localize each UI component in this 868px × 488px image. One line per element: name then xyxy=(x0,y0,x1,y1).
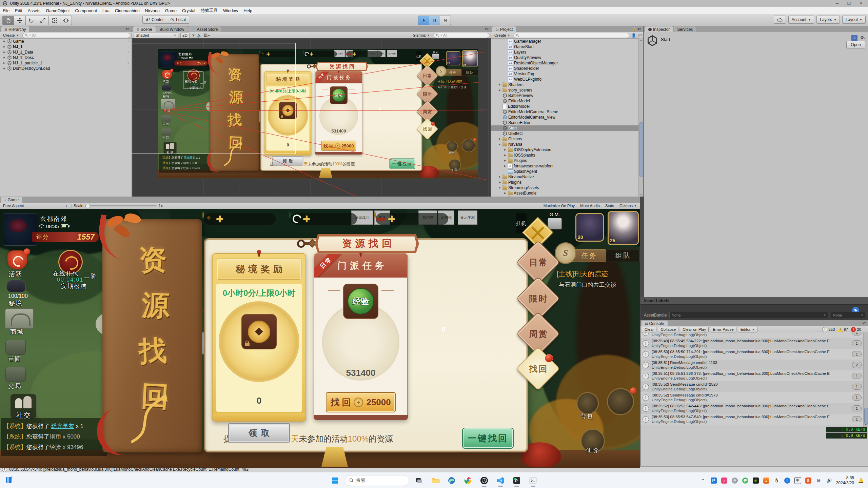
project-item-ResidentObjectManager[interactable]: c#ResidentObjectManager xyxy=(491,60,643,66)
expander-icon[interactable]: ▶ xyxy=(498,89,501,92)
shading-mode-dropdown[interactable]: Shaded▼ xyxy=(134,33,178,38)
scene-lighting-icon[interactable]: ☀ xyxy=(192,33,195,38)
menu-特效工具[interactable]: 特效工具 xyxy=(198,8,220,14)
panel-menu-icon[interactable]: ▾≡ xyxy=(862,321,866,325)
console-button-collapse[interactable]: Collapse xyxy=(658,327,678,332)
tray-sogou[interactable]: S xyxy=(805,477,812,484)
help-book-icon[interactable]: ? xyxy=(851,35,857,41)
console-button-clear[interactable]: Clear xyxy=(642,327,656,332)
console-button-error-pause[interactable]: Error Pause xyxy=(710,327,736,332)
taskbar-app-unity[interactable] xyxy=(478,474,491,487)
rect-tool-button[interactable] xyxy=(49,16,60,25)
step-button[interactable] xyxy=(440,16,451,25)
avatar-frame-2[interactable]: 25 xyxy=(608,211,639,245)
menu-File[interactable]: File xyxy=(0,8,12,13)
project-item-BattlePreview[interactable]: BattlePreview xyxy=(491,93,643,98)
console-log-entry[interactable]: ![08:35:49] 08:35:48.528-151: [preload/l… xyxy=(640,332,864,338)
expander-icon[interactable]: ▶ xyxy=(504,148,507,151)
project-item-story_scenes[interactable]: ▶story_scenes xyxy=(491,87,643,93)
tray-music[interactable]: ♪ xyxy=(721,477,728,484)
project-item-Start[interactable]: Start xyxy=(491,125,643,131)
project-item-Layers[interactable]: c#Layers xyxy=(491,49,643,55)
tray-nvidia[interactable]: ◉ xyxy=(752,477,760,484)
pause-button[interactable] xyxy=(429,16,440,25)
console-scrollbar[interactable]: ▼ xyxy=(863,332,868,427)
tray-speaker[interactable]: 🔊 xyxy=(826,477,833,484)
menu-Nirvana[interactable]: Nirvana xyxy=(142,8,162,13)
search-by-label-icon[interactable]: 🏷 xyxy=(638,33,642,37)
tab-asset-store[interactable]: 🛒Asset Store xyxy=(188,26,221,32)
taskbar-clock[interactable]: 8:352024/3/20 xyxy=(836,475,854,486)
bagua-button[interactable] xyxy=(607,388,634,415)
expander-icon[interactable]: ▼ xyxy=(498,143,501,146)
recover-button[interactable]: 找 回 25000 xyxy=(326,392,396,412)
project-item-EditorModelCamera_Scene[interactable]: EditorModelCamera_Scene xyxy=(491,109,643,115)
console-log-entry[interactable]: ![08:35:50] 08:35:50.714-291: [preload/l… xyxy=(640,349,864,360)
expander-icon[interactable]: ▶ xyxy=(504,165,507,167)
project-item-GameManager[interactable]: c#GameManager xyxy=(491,39,643,44)
pivot-center-button[interactable]: Center xyxy=(142,16,167,24)
expander-icon[interactable]: ▶ xyxy=(3,62,6,64)
mute-audio-button[interactable]: Mute Audio xyxy=(578,203,601,208)
console-log-entry[interactable]: ![08:35:51] RecvMessage cmdId=1103UnityE… xyxy=(640,360,864,370)
tray-flame[interactable]: 🔥 xyxy=(763,477,770,484)
taskbar-search-input[interactable]: 搜索 xyxy=(345,475,409,486)
taskbar-app-window[interactable] xyxy=(413,474,426,487)
menu-Crystal[interactable]: Crystal xyxy=(179,8,198,13)
console-info-count[interactable]: 553 xyxy=(828,327,835,331)
console-button-editor[interactable]: Editor▼ xyxy=(738,327,757,332)
expander-icon[interactable]: ▶ xyxy=(504,159,507,162)
panel-menu-icon[interactable]: ▾≡ xyxy=(485,27,489,31)
tray-monitor[interactable]: 🖥 xyxy=(815,477,823,484)
claim-button[interactable]: 领取 xyxy=(228,423,290,443)
trade-icon[interactable] xyxy=(5,367,26,382)
scale-slider[interactable] xyxy=(85,205,157,206)
hierarchy-create-button[interactable]: Create▼ xyxy=(1,33,20,38)
scene-search-input[interactable]: ▼All xyxy=(434,33,489,38)
project-item-AssetBundle[interactable]: ▶AssetBundle xyxy=(491,190,643,196)
mist-realm-icon[interactable] xyxy=(7,280,26,292)
scene-effects-icon[interactable]: 🖼▼ xyxy=(204,33,210,37)
quest-desc[interactable]: 与石洞门口的共工交谈 xyxy=(559,281,616,289)
console-log-entry[interactable]: ![08:35:53] 08:35:53.547-540: [preload/l… xyxy=(640,414,864,425)
project-item-StreamingAssets[interactable]: ▼StreamingAssets xyxy=(491,185,643,190)
maximize-button[interactable]: ❐ xyxy=(847,1,851,6)
add-currency-button[interactable] xyxy=(303,215,310,223)
hierarchy-search-input[interactable]: ▼All xyxy=(22,33,130,38)
bag-button[interactable] xyxy=(576,392,599,414)
tab-console[interactable]: ▤Console xyxy=(642,321,668,326)
pivot-local-button[interactable]: Local xyxy=(167,16,189,24)
expander-icon[interactable]: ▶ xyxy=(498,83,501,86)
menu-GameObject[interactable]: GameObject xyxy=(43,8,72,13)
minimize-button[interactable]: ─ xyxy=(836,1,839,6)
game-viewport-host[interactable]: 调试战斗战斗总信息UI测试显示坐标 19.5万00 玄都南郊 08:35 评分1… xyxy=(0,209,640,468)
hierarchy-item-DontDestroyOnLoad[interactable]: ▶DontDestroyOnLoad≡ xyxy=(0,66,132,71)
menu-Assets[interactable]: Assets xyxy=(25,8,43,13)
scale-tool-button[interactable] xyxy=(37,16,49,25)
console-button-clear-on-play[interactable]: Clear on Play xyxy=(680,327,709,332)
expander-icon[interactable]: ▶ xyxy=(504,154,507,157)
game-viewport[interactable]: 调试战斗战斗总信息UI测试显示坐标 19.5万00 玄都南郊 08:35 评分1… xyxy=(0,209,640,468)
taskbar-app-edge[interactable] xyxy=(445,474,458,487)
stats-button[interactable]: Stats xyxy=(604,203,616,208)
taskbar-app-folder[interactable] xyxy=(429,474,442,487)
project-item-SplashAgent[interactable]: SplashAgent xyxy=(491,169,643,174)
project-item-NirvanaNative[interactable]: ▶NirvanaNative xyxy=(491,174,643,180)
shop-icon[interactable] xyxy=(5,308,34,329)
project-create-button[interactable]: Create▼ xyxy=(493,33,512,38)
nursery-icon[interactable] xyxy=(5,340,26,355)
panel-lock-menu-icons[interactable]: 🔒 ▾≡ xyxy=(632,27,641,31)
menu-Lua[interactable]: Lua xyxy=(100,8,112,13)
project-item-Plugins[interactable]: ▶Plugins xyxy=(491,180,643,185)
project-item-EditorModel[interactable]: EditorModel xyxy=(491,98,643,104)
project-item-fontawesome-webfont[interactable]: ▶Afontawesome-webfont xyxy=(491,163,643,169)
tab-inspector[interactable]: iInspector xyxy=(645,26,673,32)
project-item-Shaders[interactable]: ▶Shaders xyxy=(491,82,643,87)
rotate-tool-button[interactable] xyxy=(26,16,37,25)
project-item-ShaderHolder[interactable]: c#ShaderHolder xyxy=(491,66,643,71)
console-log-entry[interactable]: ![08:35:52] SendMessage cmdId=1978UnityE… xyxy=(640,392,864,403)
layers-dropdown[interactable]: Layers▼ xyxy=(816,16,840,24)
layout-dropdown[interactable]: Layout▼ xyxy=(842,16,866,24)
tray-qq[interactable]: 🐧 xyxy=(773,477,781,484)
start-button[interactable] xyxy=(329,474,341,487)
